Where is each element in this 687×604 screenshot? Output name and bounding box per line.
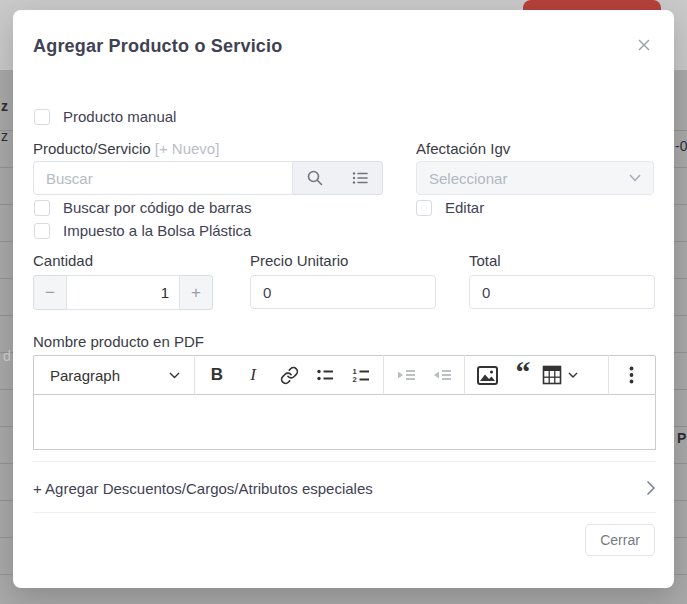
search-button[interactable] [293, 162, 338, 194]
decrement-button[interactable]: − [33, 275, 66, 310]
checkbox-box[interactable] [34, 223, 50, 239]
total-input[interactable] [469, 275, 655, 309]
paragraph-style-label: Paragraph [50, 367, 120, 384]
insert-table-button[interactable] [541, 356, 579, 394]
toolbar-more-group [604, 355, 649, 395]
numbered-list-icon: 1 2 [351, 365, 371, 385]
link-button[interactable] [271, 356, 307, 394]
editor-toolbar: Paragraph B I [33, 355, 656, 395]
search-icon [306, 169, 324, 187]
product-search-control [33, 161, 383, 195]
editar-checkbox[interactable]: Editar [416, 199, 484, 216]
outdent-icon [432, 365, 453, 385]
close-button[interactable] [634, 36, 654, 56]
checkbox-label: Producto manual [63, 108, 176, 125]
search-button-group [293, 161, 383, 195]
toolbar-separator [464, 355, 465, 395]
bolsa-plastica-checkbox[interactable]: Impuesto a la Bolsa Plástica [34, 222, 251, 239]
pdf-name-label: Nombre producto en PDF [33, 333, 204, 350]
chevron-down-icon [169, 372, 180, 379]
cantidad-label: Cantidad [33, 252, 93, 269]
select-placeholder: Seleccionar [429, 170, 507, 187]
accordion-label: + Agregar Descuentos/Cargos/Atributos es… [33, 480, 373, 497]
numbered-list-button[interactable]: 1 2 [343, 356, 379, 394]
precio-unitario-input[interactable] [250, 275, 436, 309]
bulleted-list-icon [315, 365, 335, 385]
backdrop-table-rows-left [0, 94, 13, 594]
afectacion-igv-label: Afectación Igv [416, 140, 510, 157]
italic-button[interactable]: I [235, 356, 271, 394]
bulleted-list-button[interactable] [307, 356, 343, 394]
insert-image-button[interactable] [469, 356, 505, 394]
add-product-modal: Agregar Producto o Servicio Producto man… [13, 10, 674, 588]
divider [33, 512, 656, 513]
total-label: Total [469, 252, 501, 269]
paragraph-style-dropdown[interactable]: Paragraph [40, 356, 190, 394]
backdrop-fragment: P [677, 430, 686, 446]
modal-title: Agregar Producto o Servicio [33, 36, 282, 57]
checkbox-box[interactable] [34, 109, 50, 125]
cerrar-button[interactable]: Cerrar [585, 524, 655, 556]
backdrop-fragment: -0 [675, 138, 687, 154]
new-product-link[interactable]: [+ Nuevo] [155, 140, 220, 157]
toolbar-separator [608, 355, 609, 395]
checkbox-label: Impuesto a la Bolsa Plástica [63, 222, 251, 239]
precio-unitario-label: Precio Unitario [250, 252, 348, 269]
divider [33, 461, 656, 462]
kebab-menu-icon [629, 366, 634, 384]
chevron-right-icon [646, 480, 656, 496]
quote-glyph: “ [516, 367, 531, 383]
toolbar-separator [383, 355, 384, 395]
editor-content-area[interactable] [33, 395, 656, 450]
chevron-down-icon [568, 372, 578, 379]
image-icon [477, 366, 498, 385]
increment-button[interactable]: + [180, 275, 213, 310]
cantidad-stepper: − + [33, 275, 213, 310]
svg-text:2: 2 [353, 375, 357, 384]
product-service-label: Producto/Servicio [+ Nuevo] [33, 140, 219, 157]
checkbox-label: Buscar por código de barras [63, 199, 251, 216]
backdrop-fragment: z [1, 98, 8, 114]
chevron-down-icon [629, 174, 641, 182]
checkbox-box[interactable] [416, 200, 432, 216]
add-discounts-accordion[interactable]: + Agregar Descuentos/Cargos/Atributos es… [33, 470, 656, 506]
table-icon [542, 365, 562, 385]
product-search-input[interactable] [33, 161, 293, 195]
toolbar-separator [194, 355, 195, 395]
outdent-button[interactable] [424, 356, 460, 394]
producto-manual-checkbox[interactable]: Producto manual [34, 108, 176, 125]
product-service-label-text: Producto/Servicio [33, 140, 151, 157]
backdrop-fragment: z [1, 128, 8, 144]
block-quote-button[interactable]: “ [505, 356, 541, 394]
rich-text-editor: Paragraph B I [33, 355, 656, 450]
close-icon [635, 36, 653, 54]
product-list-button[interactable] [338, 162, 383, 194]
cantidad-input[interactable] [66, 275, 180, 310]
afectacion-igv-select[interactable]: Seleccionar [416, 161, 654, 195]
indent-button[interactable] [388, 356, 424, 394]
backdrop-fragment: d [3, 348, 11, 364]
barcode-checkbox[interactable]: Buscar por código de barras [34, 199, 251, 216]
backdrop-table-rows-right [674, 94, 687, 594]
checkbox-label: Editar [445, 199, 484, 216]
checkbox-box[interactable] [34, 200, 50, 216]
list-icon [351, 169, 369, 187]
toolbar-more-button[interactable] [613, 356, 649, 394]
link-icon [280, 366, 299, 385]
bold-button[interactable]: B [199, 356, 235, 394]
indent-icon [396, 365, 417, 385]
